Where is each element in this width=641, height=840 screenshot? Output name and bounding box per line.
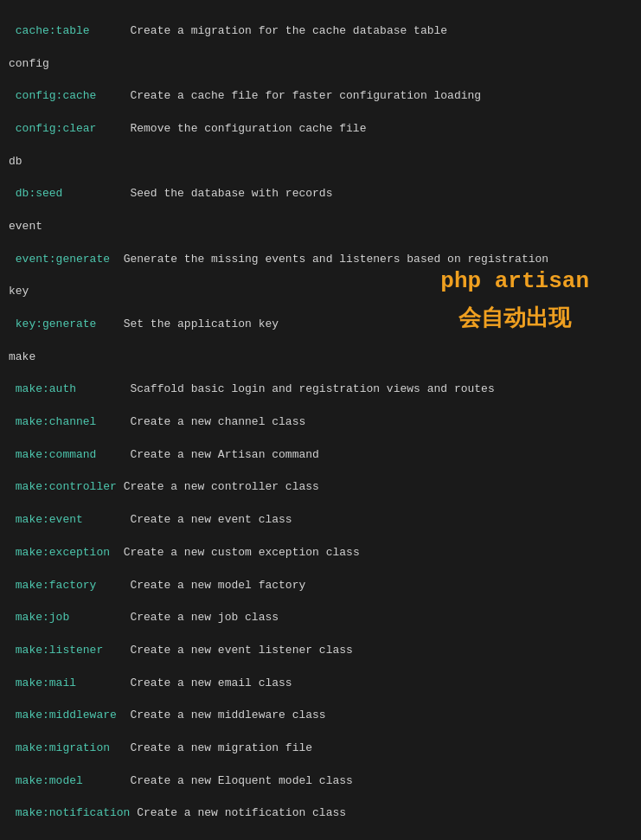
line-make-auth: make:auth Scaffold basic login and regis… <box>9 382 632 398</box>
line-db-seed: db:seed Seed the database with records <box>9 186 632 202</box>
line-config-clear: config:clear Remove the configuration ca… <box>9 121 632 138</box>
terminal-output: cache:table Create a migration for the c… <box>9 7 632 840</box>
line-make-migration: make:migration Create a new migration fi… <box>9 741 632 757</box>
section-config: config <box>9 56 632 73</box>
line-make-channel: make:channel Create a new channel class <box>9 414 632 431</box>
terminal-window: cache:table Create a migration for the c… <box>9 7 632 840</box>
line-make-factory: make:factory Create a new model factory <box>9 578 632 594</box>
line-make-job: make:job Create a new job class <box>9 610 632 626</box>
section-db: db <box>9 154 632 170</box>
line-cache-table: cache:table Create a migration for the c… <box>9 23 632 40</box>
line-make-listener: make:listener Create a new event listene… <box>9 643 632 659</box>
annotation-overlay: php artisan 会自动出现 <box>440 262 589 338</box>
annotation-line2: 会自动出现 <box>440 300 589 338</box>
line-make-exception: make:exception Create a new custom excep… <box>9 545 632 561</box>
line-make-mail: make:mail Create a new email class <box>9 676 632 692</box>
line-make-command: make:command Create a new Artisan comman… <box>9 447 632 464</box>
line-make-model: make:model Create a new Eloquent model c… <box>9 773 632 790</box>
section-make: make <box>9 349 632 366</box>
annotation-line1: php artisan <box>440 262 589 300</box>
line-make-controller: make:controller Create a new controller … <box>9 479 632 496</box>
line-config-cache: config:cache Create a cache file for fas… <box>9 88 632 105</box>
section-event: event <box>9 219 632 235</box>
line-make-middleware: make:middleware Create a new middleware … <box>9 708 632 724</box>
line-make-event: make:event Create a new event class <box>9 512 632 529</box>
line-make-notification: make:notification Create a new notificat… <box>9 805 632 822</box>
